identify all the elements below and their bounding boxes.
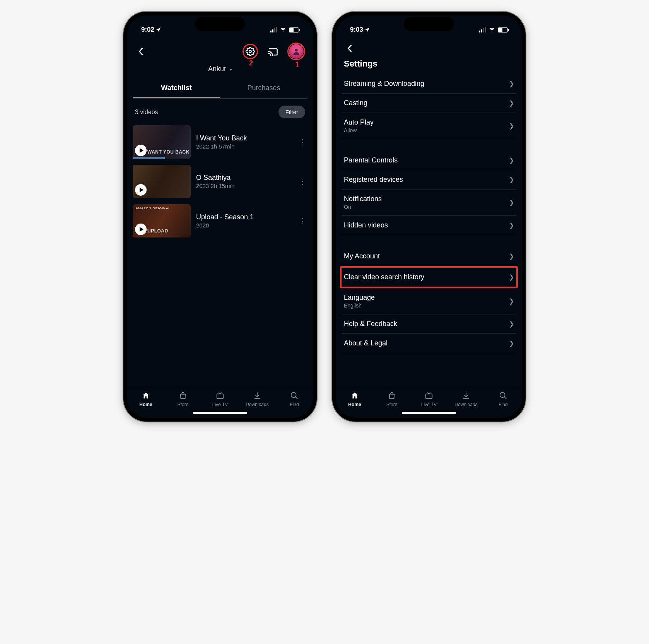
tab-label: Find	[290, 402, 299, 407]
tab-store[interactable]: Store	[373, 391, 410, 407]
video-item[interactable]: AMAZON ORIGINAL UPLOAD Upload - Season 1…	[127, 201, 313, 241]
tab-home[interactable]: Home	[127, 391, 164, 407]
video-thumbnail[interactable]: AMAZON ORIGINAL UPLOAD	[133, 204, 191, 237]
chevron-right-icon: ❯	[509, 320, 514, 328]
tab-find[interactable]: Find	[485, 391, 522, 407]
chevron-right-icon: ❯	[509, 340, 514, 347]
tab-label: Live TV	[212, 402, 228, 407]
chevron-right-icon: ❯	[509, 253, 514, 260]
chevron-right-icon: ❯	[509, 176, 514, 183]
app-header: 2 1	[127, 37, 313, 63]
home-icon	[141, 391, 150, 400]
page-title: Settings	[336, 57, 522, 74]
bag-icon	[178, 391, 188, 400]
profile-avatar-button[interactable]: 1	[287, 43, 305, 60]
tab-label: Store	[178, 402, 189, 407]
video-meta: 2020	[196, 222, 293, 229]
setting-streaming-downloading[interactable]: Streaming & Downloading ❯	[342, 74, 516, 94]
setting-label: Notifications	[344, 195, 382, 203]
setting-value: Allow	[344, 127, 374, 133]
video-thumbnail[interactable]: WANT YOU BACK	[133, 125, 191, 159]
tab-livetv[interactable]: Live TV	[202, 391, 239, 407]
chevron-right-icon: ❯	[509, 199, 514, 206]
setting-hidden-videos[interactable]: Hidden videos ❯	[342, 216, 516, 235]
search-icon	[499, 391, 508, 400]
tv-icon	[424, 391, 434, 400]
setting-notifications[interactable]: Notifications On ❯	[342, 190, 516, 216]
filter-button[interactable]: Filter	[278, 106, 305, 118]
tab-downloads[interactable]: Downloads	[447, 391, 485, 407]
tab-label: Downloads	[454, 402, 477, 407]
wifi-icon	[280, 27, 287, 32]
setting-value: On	[344, 204, 382, 210]
tab-downloads[interactable]: Downloads	[239, 391, 276, 407]
profile-name: Ankur	[208, 65, 226, 73]
cast-button[interactable]	[265, 44, 280, 59]
app-header	[336, 37, 522, 57]
more-options-button[interactable]: ⋮	[298, 177, 307, 186]
avatar-icon	[289, 44, 304, 59]
tab-livetv[interactable]: Live TV	[410, 391, 447, 407]
play-icon[interactable]	[135, 145, 147, 156]
back-button[interactable]	[344, 43, 355, 54]
setting-about-legal[interactable]: About & Legal ❯	[342, 334, 516, 353]
setting-label: My Account	[344, 252, 380, 260]
setting-my-account[interactable]: My Account ❯	[342, 247, 516, 266]
svg-rect-4	[426, 394, 432, 398]
video-title: I Want You Back	[196, 134, 293, 142]
tab-home[interactable]: Home	[336, 391, 373, 407]
setting-autoplay[interactable]: Auto Play Allow ❯	[342, 113, 516, 139]
svg-point-0	[249, 50, 251, 53]
chevron-right-icon: ❯	[509, 222, 514, 229]
annotation-1: 1	[295, 60, 299, 68]
tab-label: Home	[348, 402, 361, 407]
video-count: 3 videos	[135, 109, 158, 116]
thumb-overlay: UPLOAD	[147, 228, 168, 234]
chevron-right-icon: ❯	[509, 157, 514, 164]
setting-label: Registered devices	[344, 176, 403, 184]
tab-label: Find	[499, 402, 507, 407]
setting-registered-devices[interactable]: Registered devices ❯	[342, 170, 516, 190]
library-tabs: Watchlist Purchases	[133, 79, 307, 99]
settings-button[interactable]: 2	[243, 44, 258, 59]
more-options-button[interactable]: ⋮	[298, 137, 307, 147]
setting-help-feedback[interactable]: Help & Feedback ❯	[342, 314, 516, 334]
download-icon	[253, 391, 262, 400]
home-indicator[interactable]	[193, 412, 247, 414]
video-item[interactable]: WANT YOU BACK I Want You Back 2022 1h 57…	[127, 122, 313, 162]
chevron-right-icon: ❯	[509, 99, 514, 107]
more-options-button[interactable]: ⋮	[298, 216, 307, 225]
svg-point-3	[291, 393, 296, 398]
home-indicator[interactable]	[402, 412, 456, 414]
tab-label: Store	[386, 402, 398, 407]
setting-language[interactable]: Language English ❯	[342, 288, 516, 314]
tab-purchases[interactable]: Purchases	[220, 79, 307, 98]
setting-clear-search-history[interactable]: Clear video search history ❯	[342, 268, 516, 287]
tab-store[interactable]: Store	[164, 391, 202, 407]
setting-label: Casting	[344, 99, 367, 107]
dynamic-island	[195, 17, 245, 31]
back-button[interactable]	[135, 46, 147, 57]
cellular-icon	[270, 27, 277, 32]
setting-parental-controls[interactable]: Parental Controls ❯	[342, 151, 516, 170]
battery-icon	[498, 27, 508, 32]
tab-watchlist[interactable]: Watchlist	[133, 79, 220, 98]
dynamic-island	[404, 17, 454, 31]
play-icon[interactable]	[135, 224, 147, 235]
phone-right: 9:03 Settings Streaming & Downloading	[332, 12, 526, 422]
play-icon[interactable]	[135, 184, 147, 196]
video-title: O Saathiya	[196, 174, 293, 182]
chevron-down-icon: ▾	[230, 67, 232, 72]
setting-casting[interactable]: Casting ❯	[342, 94, 516, 113]
chevron-right-icon: ❯	[509, 273, 514, 281]
tab-label: Live TV	[421, 402, 437, 407]
video-item[interactable]: O Saathiya 2023 2h 15min ⋮	[127, 162, 313, 201]
chevron-right-icon: ❯	[509, 297, 514, 305]
chevron-right-icon: ❯	[509, 80, 514, 87]
setting-label: Hidden videos	[344, 221, 388, 229]
tab-find[interactable]: Find	[276, 391, 313, 407]
tab-label: Downloads	[246, 402, 268, 407]
profile-selector[interactable]: Ankur ▾	[127, 63, 313, 79]
annotation-2: 2	[249, 59, 253, 67]
video-thumbnail[interactable]	[133, 165, 191, 198]
